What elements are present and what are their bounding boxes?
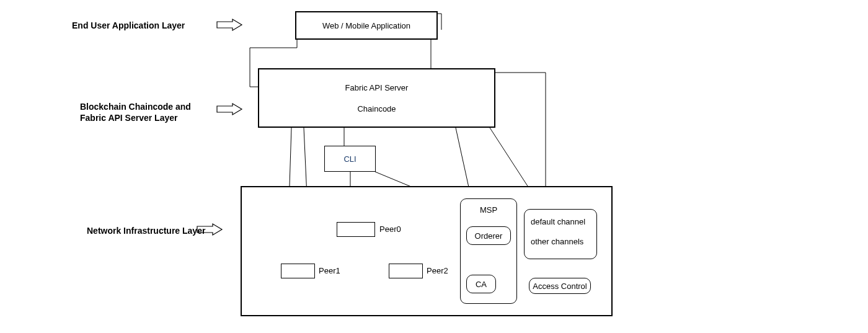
node-channels: default channel other channels: [524, 209, 597, 259]
node-label-default-channel: default channel: [531, 217, 585, 226]
node-label: CLI: [343, 154, 356, 164]
node-label-chaincode: Chaincode: [357, 104, 396, 113]
node-peer2: [389, 264, 423, 278]
node-label: Access Control: [533, 282, 587, 291]
node-peer1: [281, 264, 315, 278]
node-cli: CLI: [324, 146, 376, 172]
node-access-control: Access Control: [529, 278, 591, 294]
node-peer0: [337, 222, 375, 237]
node-label-peer0: Peer0: [379, 224, 401, 234]
node-label: MSP: [480, 205, 497, 215]
node-label: Fabric API Server: [345, 83, 409, 92]
node-label: Orderer: [475, 231, 503, 241]
node-label: Web / Mobile Application: [322, 21, 410, 30]
node-label: CA: [476, 280, 487, 289]
node-label-peer1: Peer1: [319, 266, 340, 275]
node-ca: CA: [466, 275, 496, 293]
node-label-other-channels: other channels: [531, 237, 583, 246]
node-web-mobile-app: Web / Mobile Application: [295, 11, 438, 40]
node-orderer: Orderer: [466, 226, 511, 245]
node-fabric-api-server: Fabric API Server Chaincode: [258, 68, 495, 128]
node-label-peer2: Peer2: [427, 266, 448, 275]
